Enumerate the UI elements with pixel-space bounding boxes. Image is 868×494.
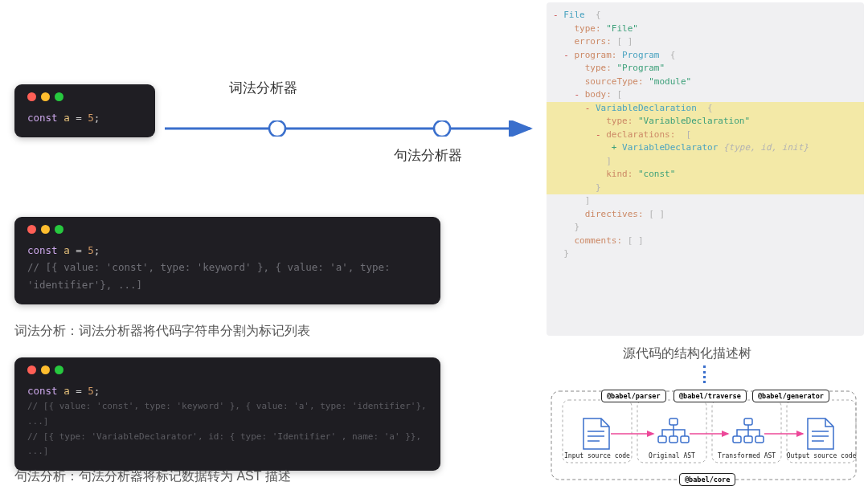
minimize-icon — [41, 92, 50, 101]
svg-rect-22 — [744, 436, 752, 443]
maximize-icon — [55, 225, 63, 234]
minimize-icon — [41, 365, 50, 374]
box-core: @babel/core — [679, 473, 735, 486]
minimize-icon — [41, 225, 50, 234]
svg-rect-16 — [669, 418, 678, 425]
parser-caption: 句法分析：句法分析器将标记数据转为 AST 描述 — [14, 468, 291, 485]
code-window-source: const a = 5; — [14, 84, 155, 137]
box-parser: @babel/parser — [601, 390, 666, 402]
maximize-icon — [55, 365, 63, 374]
svg-rect-21 — [733, 436, 741, 443]
ast-panel: - File { type: "File" errors: [ ] - prog… — [547, 2, 864, 336]
code-line: const a = 5; — [27, 242, 428, 259]
step-orig: Original AST — [636, 452, 708, 459]
ast-caption: 源代码的结构化描述树 — [623, 345, 751, 362]
svg-rect-19 — [681, 436, 689, 443]
box-traverse: @babel/traverse — [674, 390, 747, 402]
svg-rect-20 — [744, 418, 752, 425]
code-window-ast: const a = 5; // [{ value: 'const', type:… — [14, 357, 440, 471]
token-comment: // [{ value: 'const', type: 'keyword' },… — [27, 259, 428, 293]
code-window-tokens: const a = 5; // [{ value: 'const', type:… — [14, 217, 440, 304]
maximize-icon — [55, 92, 63, 101]
window-controls — [27, 92, 142, 101]
svg-rect-18 — [669, 436, 678, 443]
dotted-connector — [703, 365, 706, 383]
step-input: Input source code — [561, 452, 633, 459]
ast-comment: // [{ type: 'VariableDeclarator', id: { … — [27, 430, 428, 459]
step-trans: Transformed AST — [710, 452, 783, 459]
lexer-label: 词法分析器 — [229, 79, 297, 97]
close-icon — [27, 365, 36, 374]
process-arrow: 词法分析器 句法分析器 — [165, 96, 538, 161]
code-line: const a = 5; — [27, 109, 142, 126]
token-comment: // [{ value: 'const', type: 'keyword' },… — [27, 399, 428, 429]
svg-point-2 — [269, 120, 285, 137]
box-generator: @babel/generator — [752, 390, 829, 402]
close-icon — [27, 225, 36, 234]
close-icon — [27, 92, 36, 101]
lexer-caption: 词法分析：词法分析器将代码字符串分割为标记列表 — [14, 323, 310, 340]
svg-point-3 — [434, 120, 450, 137]
code-line: const a = 5; — [27, 382, 428, 399]
step-output: Output source code — [785, 452, 858, 459]
parser-label: 句法分析器 — [394, 146, 462, 165]
svg-rect-17 — [658, 436, 666, 443]
svg-rect-23 — [755, 436, 764, 443]
babel-pipeline: Input source code Original AST Transform… — [545, 390, 862, 486]
